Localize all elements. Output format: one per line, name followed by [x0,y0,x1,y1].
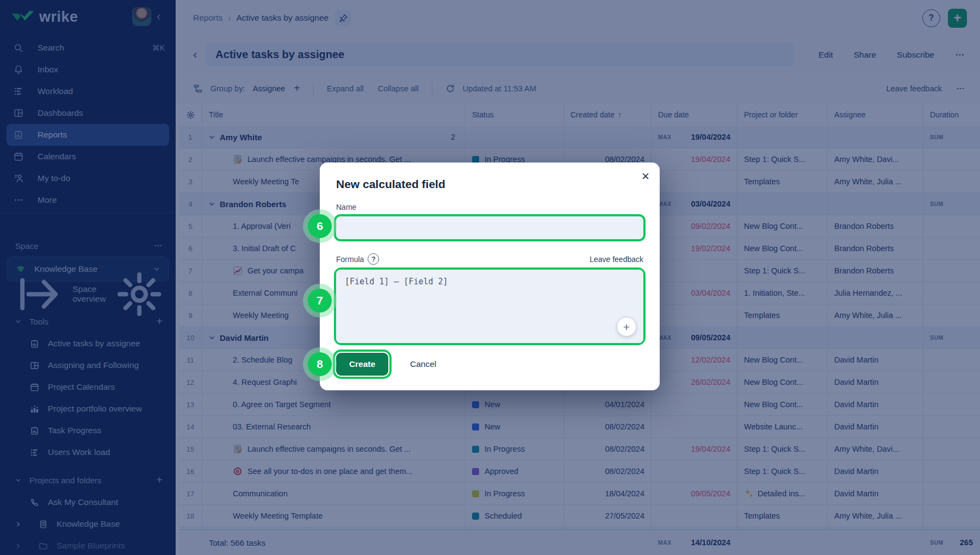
new-calculated-field-modal: ✕ New calculated field Name Formula ? Le… [320,163,660,390]
create-button[interactable]: Create [336,353,388,376]
formula-label: Formula [336,255,364,264]
annotation-step-8: 8 [308,352,332,376]
cancel-button[interactable]: Cancel [410,359,436,369]
formula-help-icon[interactable]: ? [368,253,379,265]
insert-field-button[interactable]: + [617,317,636,336]
modal-title: New calculated field [336,178,643,191]
name-input[interactable] [336,216,643,239]
annotation-step-6: 6 [308,214,332,238]
modal-leave-feedback-link[interactable]: Leave feedback [590,255,643,264]
formula-input[interactable]: [Field 1] – [Field 2] [336,270,643,343]
annotation-step-7: 7 [308,289,332,313]
name-label: Name [336,203,643,211]
close-icon[interactable]: ✕ [641,170,650,183]
wrike-app: wrike ‹ Search⌘KInboxWorkloadDashboardsR… [0,0,980,555]
